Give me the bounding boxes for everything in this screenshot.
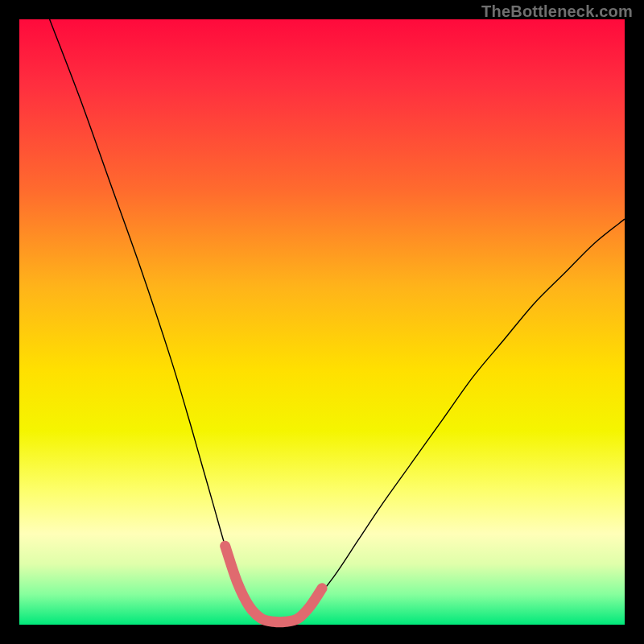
outer-frame: TheBottleneck.com [0, 0, 644, 644]
optimal-range-highlight [225, 546, 322, 621]
chart-svg [19, 19, 625, 625]
plot-area [19, 19, 625, 625]
bottleneck-curve [50, 19, 625, 622]
watermark-text: TheBottleneck.com [481, 2, 633, 21]
